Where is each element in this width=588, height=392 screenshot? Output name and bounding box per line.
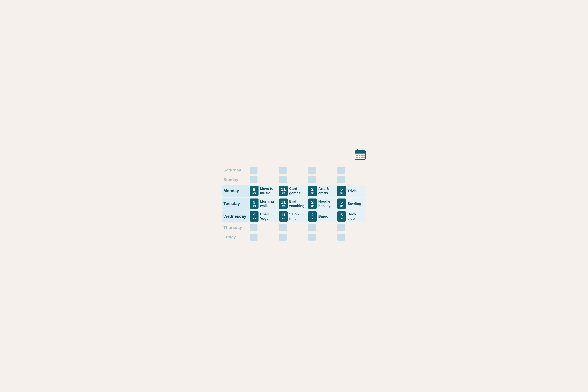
svg-rect-10 — [359, 157, 360, 158]
activity-cell-tuesday-1: Bird watching — [288, 198, 308, 210]
placeholder-act-saturday-2 — [317, 166, 337, 174]
placeholder-act-sunday-2 — [317, 175, 337, 184]
activity-cell-wednesday-3: Book club — [346, 210, 366, 222]
row-saturday: Saturday — [222, 166, 366, 174]
placeholder-time-sunday-1 — [279, 175, 288, 184]
placeholder-time-friday-1 — [279, 233, 288, 242]
time-unit: pm — [311, 192, 314, 194]
activity-cell-monday-3: Trivia — [346, 185, 366, 197]
placeholder-time-thursday-2 — [308, 223, 317, 232]
day-label-thursday: Thursday — [222, 223, 250, 232]
activity-cell-monday-2: Arts & crafts — [317, 185, 337, 197]
placeholder-act-friday-0 — [259, 233, 279, 242]
time-number: 9 — [253, 187, 256, 192]
placeholder-time-thursday-1 — [279, 223, 288, 232]
time-cell-monday-1: 11am — [279, 185, 288, 197]
row-friday: Friday — [222, 233, 366, 242]
time-cell-tuesday-3: 5pm — [337, 198, 346, 210]
row-thursday: Thursday — [222, 223, 366, 232]
header — [222, 149, 366, 161]
placeholder-time-friday-2 — [308, 233, 317, 242]
time-unit: am — [282, 204, 285, 207]
time-unit: am — [252, 192, 256, 194]
placeholder-time-saturday-2 — [308, 166, 317, 174]
time-unit: am — [252, 204, 256, 207]
placeholder-act-thursday-2 — [317, 223, 337, 232]
time-unit: am — [282, 192, 285, 194]
placeholder-act-friday-2 — [317, 233, 337, 242]
time-unit: pm — [340, 217, 343, 220]
row-wednesday: Wednesday9amChair Yoga11amSalon time2pmB… — [222, 210, 366, 222]
placeholder-time-saturday-3 — [337, 166, 346, 174]
svg-rect-11 — [361, 157, 362, 158]
activity-cell-wednesday-1: Salon time — [288, 210, 308, 222]
placeholder-act-saturday-0 — [259, 166, 279, 174]
time-unit: am — [252, 217, 256, 220]
time-number: 9 — [253, 200, 256, 204]
placeholder-time-friday-3 — [337, 233, 346, 242]
placeholder-act-saturday-1 — [288, 166, 308, 174]
placeholder-time-thursday-3 — [337, 223, 346, 232]
placeholder-time-saturday-0 — [250, 166, 259, 174]
svg-rect-9 — [356, 157, 358, 158]
time-number: 2 — [311, 213, 314, 217]
time-unit: pm — [311, 204, 314, 207]
time-number: 11 — [281, 187, 286, 192]
main-card: SaturdaySundayMonday9amMove to music11am… — [216, 144, 372, 248]
time-number: 2 — [311, 200, 314, 204]
svg-rect-5 — [356, 155, 358, 156]
placeholder-time-sunday-3 — [337, 175, 346, 184]
day-label-sunday: Sunday — [222, 175, 250, 184]
placeholder-act-friday-3 — [346, 233, 366, 242]
time-cell-tuesday-1: 11am — [279, 198, 288, 210]
placeholder-act-thursday-1 — [288, 223, 308, 232]
placeholder-act-thursday-3 — [346, 223, 366, 232]
placeholder-act-sunday-0 — [259, 175, 279, 184]
time-number: 11 — [281, 200, 286, 204]
placeholder-act-thursday-0 — [259, 223, 279, 232]
time-unit: am — [282, 217, 285, 220]
time-number: 5 — [340, 187, 343, 192]
time-number: 11 — [281, 213, 286, 217]
svg-rect-12 — [364, 157, 365, 158]
placeholder-time-saturday-1 — [279, 166, 288, 174]
placeholder-act-friday-1 — [288, 233, 308, 242]
svg-rect-8 — [364, 155, 365, 156]
time-cell-tuesday-2: 2pm — [308, 198, 317, 210]
calendar-container: SaturdaySundayMonday9amMove to music11am… — [222, 165, 366, 242]
placeholder-time-sunday-2 — [308, 175, 317, 184]
time-number: 5 — [340, 213, 343, 217]
day-label-saturday: Saturday — [222, 166, 250, 174]
time-cell-wednesday-1: 11am — [279, 210, 288, 222]
row-monday: Monday9amMove to music11amCard games2pmA… — [222, 185, 366, 197]
activity-cell-tuesday-0: Morning walk — [259, 198, 279, 210]
row-tuesday: Tuesday9amMorning walk11amBird watching2… — [222, 198, 366, 210]
activity-cell-monday-0: Move to music — [259, 185, 279, 197]
time-cell-wednesday-3: 5pm — [337, 210, 346, 222]
svg-rect-6 — [359, 155, 360, 156]
time-cell-wednesday-2: 2pm — [308, 210, 317, 222]
time-cell-monday-0: 9am — [250, 185, 259, 197]
activity-cell-tuesday-3: Bowling — [346, 198, 366, 210]
svg-rect-7 — [361, 155, 362, 156]
day-label-friday: Friday — [222, 233, 250, 242]
day-label-wednesday: Wednesday — [222, 210, 250, 222]
placeholder-act-sunday-1 — [288, 175, 308, 184]
activity-cell-monday-1: Card games — [288, 185, 308, 197]
placeholder-time-friday-0 — [250, 233, 259, 242]
time-number: 9 — [253, 213, 256, 217]
svg-rect-2 — [355, 152, 366, 154]
placeholder-time-thursday-0 — [250, 223, 259, 232]
calendar-icon — [354, 149, 366, 161]
time-cell-monday-3: 5pm — [337, 185, 346, 197]
activity-cell-tuesday-2: Noodle hockey — [317, 198, 337, 210]
time-unit: pm — [340, 192, 343, 194]
placeholder-act-sunday-3 — [346, 175, 366, 184]
time-unit: pm — [340, 204, 343, 207]
day-label-monday: Monday — [222, 185, 250, 197]
time-cell-wednesday-0: 9am — [250, 210, 259, 222]
day-label-tuesday: Tuesday — [222, 198, 250, 210]
time-number: 5 — [340, 200, 343, 204]
placeholder-act-saturday-3 — [346, 166, 366, 174]
time-cell-tuesday-0: 9am — [250, 198, 259, 210]
